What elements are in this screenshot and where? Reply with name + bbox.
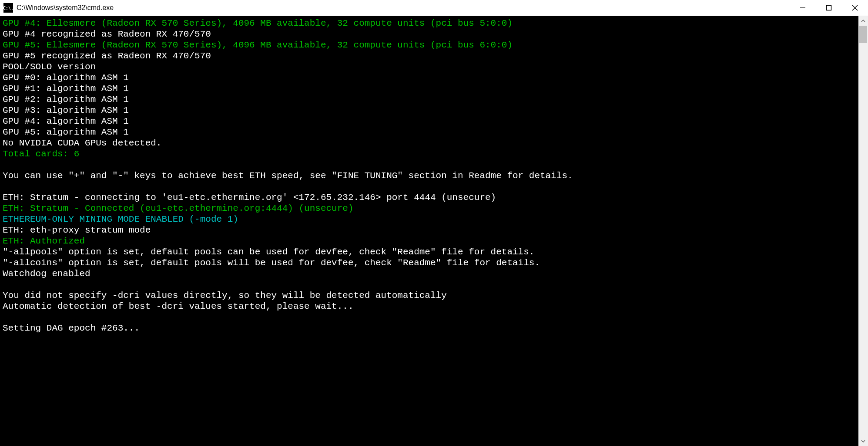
maximize-button[interactable]	[816, 0, 842, 16]
terminal-line: GPU #5: Ellesmere (Radeon RX 570 Series)…	[3, 40, 856, 51]
terminal-line: GPU #2: algorithm ASM 1	[3, 94, 856, 105]
window-controls	[790, 0, 868, 16]
terminal-line: GPU #5: algorithm ASM 1	[3, 127, 856, 138]
terminal-line: ETH: Stratum - connecting to 'eu1-etc.et…	[3, 192, 856, 203]
terminal-line	[3, 279, 856, 290]
terminal-line: GPU #4: algorithm ASM 1	[3, 116, 856, 127]
terminal-line: No NVIDIA CUDA GPUs detected.	[3, 138, 856, 149]
chevron-down-icon	[861, 439, 865, 443]
terminal-line: "-allcoins" option is set, default pools…	[3, 257, 856, 268]
terminal-line: ETH: Stratum - Connected (eu1-etc.etherm…	[3, 203, 856, 214]
terminal-line	[3, 181, 856, 192]
svg-rect-1	[827, 6, 831, 10]
terminal-line: GPU #1: algorithm ASM 1	[3, 83, 856, 94]
terminal-line: Automatic detection of best -dcri values…	[3, 301, 856, 312]
terminal-line: GPU #3: algorithm ASM 1	[3, 105, 856, 116]
terminal-line: GPU #4 recognized as Radeon RX 470/570	[3, 29, 856, 40]
close-icon	[852, 5, 858, 11]
window-title: C:\Windows\system32\cmd.exe	[17, 4, 790, 12]
terminal-line	[3, 312, 856, 323]
terminal-line: You did not specify -dcri values directl…	[3, 290, 856, 301]
terminal-line: Watchdog enabled	[3, 268, 856, 279]
terminal-line: GPU #4: Ellesmere (Radeon RX 570 Series)…	[3, 18, 856, 29]
minimize-button[interactable]	[790, 0, 816, 16]
window-titlebar: C:\. C:\Windows\system32\cmd.exe	[0, 0, 868, 16]
terminal-wrapper: GPU #4: Ellesmere (Radeon RX 570 Series)…	[0, 16, 868, 446]
minimize-icon	[800, 5, 806, 11]
scroll-thumb[interactable]	[859, 26, 867, 43]
terminal-line: ETH: eth-proxy stratum mode	[3, 225, 856, 236]
chevron-up-icon	[861, 19, 865, 23]
terminal-line: ETHEREUM-ONLY MINING MODE ENABLED (-mode…	[3, 214, 856, 225]
terminal-line: POOL/SOLO version	[3, 61, 856, 72]
vertical-scrollbar[interactable]	[858, 16, 868, 446]
scroll-down-button[interactable]	[858, 436, 868, 446]
scroll-up-button[interactable]	[858, 16, 868, 26]
maximize-icon	[826, 5, 832, 11]
terminal-line: Total cards: 6	[3, 149, 856, 159]
cmd-icon: C:\.	[3, 3, 13, 13]
terminal-line: GPU #0: algorithm ASM 1	[3, 72, 856, 83]
terminal-line: GPU #5 recognized as Radeon RX 470/570	[3, 51, 856, 61]
terminal-line: Setting DAG epoch #263...	[3, 323, 856, 334]
scroll-track[interactable]	[858, 26, 868, 436]
terminal-output[interactable]: GPU #4: Ellesmere (Radeon RX 570 Series)…	[0, 16, 858, 446]
close-button[interactable]	[842, 0, 868, 16]
terminal-line	[3, 159, 856, 170]
terminal-line: ETH: Authorized	[3, 236, 856, 247]
terminal-line: "-allpools" option is set, default pools…	[3, 247, 856, 257]
terminal-line: You can use "+" and "-" keys to achieve …	[3, 170, 856, 181]
